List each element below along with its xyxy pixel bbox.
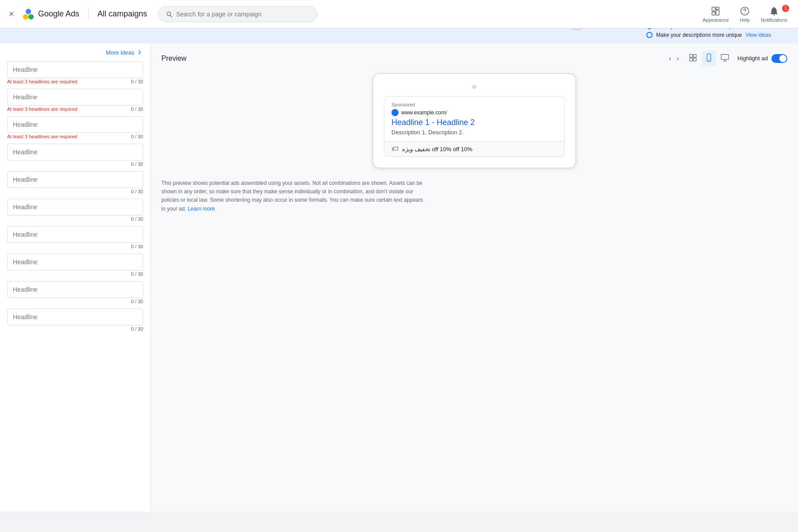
promo-text: off 10% off 10% تخفیف ویژه [402, 146, 473, 153]
logo: Google Ads [21, 7, 79, 21]
field-meta-4: 0 / 30 [7, 160, 143, 169]
highlight-ad-toggle[interactable] [771, 54, 787, 63]
highlight-toggle-area: Highlight ad [737, 54, 787, 63]
field-meta-1: At least 3 headlines are required 0 / 30 [7, 78, 143, 87]
mobile-icon [704, 53, 713, 62]
svg-rect-6 [712, 12, 715, 15]
svg-rect-5 [716, 10, 719, 15]
svg-rect-12 [693, 55, 696, 58]
headline-input-6[interactable] [7, 199, 143, 215]
field-count-2: 0 / 30 [131, 106, 143, 112]
left-panel: More ideas At least 3 headlines are requ… [0, 43, 151, 512]
chevron-right-icon [136, 49, 143, 56]
close-button[interactable]: × [7, 7, 16, 21]
headline-field-10: 0 / 30 [7, 309, 143, 334]
svg-point-16 [709, 60, 710, 61]
search-input[interactable] [176, 11, 309, 18]
headline-input-10[interactable] [7, 309, 143, 325]
svg-rect-11 [690, 55, 693, 58]
field-count-4: 0 / 30 [131, 161, 143, 167]
grid-view-button[interactable] [686, 51, 700, 66]
preview-device-frame: Sponsored www.example.com/ Headline 1 - … [372, 73, 576, 168]
notifications-button[interactable]: 1 Notifications [757, 4, 791, 24]
svg-rect-3 [712, 7, 715, 11]
field-count-9: 0 / 30 [131, 299, 143, 304]
help-icon [739, 6, 750, 16]
appearance-button[interactable]: Appearance [699, 4, 732, 24]
nav-title: All campaigns [98, 9, 147, 19]
field-meta-10: 0 / 30 [7, 325, 143, 334]
preview-navigation: ‹ › [667, 53, 681, 64]
headline-field-4: 0 / 30 [7, 144, 143, 169]
globe-icon [391, 109, 399, 116]
preview-disclaimer: This preview shows potential ads assembl… [161, 179, 427, 213]
header-divider [88, 7, 89, 21]
view-ideas-link-4[interactable]: View ideas [745, 32, 771, 38]
ad-url: www.example.com/ [401, 110, 447, 116]
appearance-icon [710, 6, 721, 16]
desktop-view-button[interactable] [718, 51, 732, 66]
headline-input-9[interactable] [7, 281, 143, 298]
suggestion-item-4: Make your descriptions more unique View … [646, 32, 787, 38]
notification-badge: 1 [782, 5, 789, 12]
headline-input-5[interactable] [7, 171, 143, 188]
headline-field-9: 0 / 30 [7, 281, 143, 307]
more-ideas-link[interactable]: More ideas [7, 43, 143, 61]
help-label: Help [740, 17, 750, 23]
svg-point-1 [28, 14, 34, 20]
notifications-label: Notifications [761, 17, 787, 23]
header-right: Appearance Help 1 Notifications [699, 4, 791, 24]
headline-field-2: At least 3 headlines are required 0 / 30 [7, 89, 143, 114]
headline-input-3[interactable] [7, 116, 143, 133]
headline-input-1[interactable] [7, 61, 143, 78]
desktop-icon [720, 53, 729, 62]
field-meta-6: 0 / 30 [7, 215, 143, 224]
svg-rect-17 [721, 55, 729, 60]
svg-rect-4 [716, 7, 719, 9]
learn-more-link[interactable]: Learn more [188, 206, 215, 212]
field-error-1: At least 3 headlines are required [7, 79, 77, 84]
content-area: More ideas At least 3 headlines are requ… [0, 43, 798, 512]
headline-input-7[interactable] [7, 226, 143, 243]
headline-field-8: 0 / 30 [7, 254, 143, 279]
right-panel: Preview ‹ › [151, 43, 798, 512]
field-meta-7: 0 / 30 [7, 243, 143, 252]
ad-card: Sponsored www.example.com/ Headline 1 - … [384, 96, 565, 157]
search-bar[interactable] [158, 6, 317, 22]
device-dot [472, 85, 477, 89]
field-count-8: 0 / 30 [131, 271, 143, 277]
preview-prev-button[interactable]: ‹ [667, 53, 673, 64]
mobile-view-button[interactable] [702, 51, 716, 66]
preview-title: Preview [161, 55, 187, 63]
headline-field-5: 0 / 30 [7, 171, 143, 197]
field-count-6: 0 / 30 [131, 216, 143, 222]
svg-point-2 [24, 8, 31, 15]
headline-input-4[interactable] [7, 144, 143, 160]
preview-view-buttons [686, 51, 732, 66]
headline-field-3: At least 3 headlines are required 0 / 30 [7, 116, 143, 142]
headline-input-8[interactable] [7, 254, 143, 270]
field-count-5: 0 / 30 [131, 189, 143, 194]
notifications-icon [769, 6, 779, 16]
ad-url-row: www.example.com/ [391, 109, 557, 116]
ad-description: Description 1. Description 2. [391, 129, 557, 136]
highlight-ad-label: Highlight ad [737, 55, 768, 62]
field-count-7: 0 / 30 [131, 244, 143, 249]
field-count-1: 0 / 30 [131, 79, 143, 84]
ad-card-footer: 🏷 off 10% off 10% تخفیف ویژه [384, 141, 564, 156]
preview-header: Preview ‹ › [161, 51, 787, 66]
svg-point-0 [23, 14, 28, 20]
ad-headline: Headline 1 - Headline 2 [391, 118, 557, 127]
field-meta-3: At least 3 headlines are required 0 / 30 [7, 133, 143, 142]
field-meta-5: 0 / 30 [7, 188, 143, 197]
search-icon [165, 10, 173, 18]
logo-text: Google Ads [38, 9, 79, 19]
field-meta-2: At least 3 headlines are required 0 / 30 [7, 106, 143, 114]
google-ads-logo-icon [21, 7, 35, 21]
help-button[interactable]: Help [736, 4, 754, 24]
appearance-label: Appearance [703, 17, 729, 23]
headline-input-2[interactable] [7, 89, 143, 106]
grid-icon [688, 53, 697, 62]
preview-next-button[interactable]: › [675, 53, 681, 64]
headline-field-1: At least 3 headlines are required 0 / 30 [7, 61, 143, 87]
